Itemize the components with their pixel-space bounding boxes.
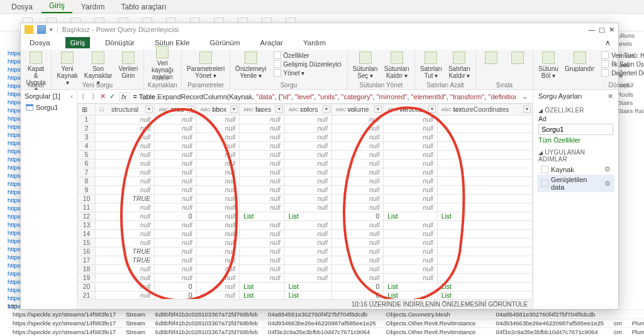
ribbon-stack-item[interactable]: Veri Türü: Herhangi biri ▾ [599,51,644,60]
grid-cell[interactable]: null [155,274,196,283]
grid-cell[interactable]: null [284,151,331,160]
row-header[interactable]: 7 [78,168,96,177]
grid-cell[interactable]: null [196,265,240,274]
nav-back-icon[interactable]: ⟨ [80,92,86,100]
grid-cell[interactable]: null [331,247,383,256]
grid-cell[interactable]: null [196,230,240,239]
grid-cell[interactable]: null [196,203,240,212]
grid-cell[interactable]: null [384,168,437,177]
grid-cell[interactable]: null [331,142,383,151]
nav-fwd-icon[interactable]: ⟩ [90,92,96,100]
grid-cell[interactable]: null [284,124,331,133]
column-header[interactable]: ABC 123 colors▾ [284,104,331,116]
grid-cell[interactable]: null [384,203,437,212]
grid-cell[interactable]: null [240,124,285,133]
grid-cell[interactable]: null [331,195,383,203]
grid-cell[interactable]: null [331,116,383,124]
grid-cell[interactable]: List [240,212,285,221]
grid-cell[interactable]: null [155,151,196,160]
grid-cell[interactable]: null [284,247,331,256]
grid-cell[interactable]: null [96,133,155,142]
ribbon-button[interactable] [480,51,502,66]
grid-cell[interactable] [437,160,532,168]
all-properties-link[interactable]: Tüm Özellikler [533,135,618,145]
grid-cell[interactable] [437,142,532,151]
row-header[interactable]: 19 [78,274,96,283]
grid-cell[interactable]: null [284,221,331,230]
column-header[interactable]: ABC 123 bbox▾ [196,104,240,116]
column-header[interactable]: ☐ structural▾ [96,104,155,116]
grid-cell[interactable]: null [384,239,437,247]
grid-cell[interactable]: null [96,124,155,133]
grid-cell[interactable]: null [240,168,285,177]
grid-cell[interactable]: null [155,177,196,186]
grid-cell[interactable]: null [240,265,285,274]
grid-cell[interactable]: null [196,212,240,221]
grid-cell[interactable]: null [196,291,240,300]
host-tab-giris[interactable]: Giriş [42,0,72,13]
grid-cell[interactable]: null [240,221,285,230]
grid-cell[interactable]: 0 [331,283,383,291]
grid-cell[interactable] [437,265,532,274]
grid-cell[interactable]: null [240,142,285,151]
row-header[interactable]: 20 [78,283,96,291]
ribbon-button[interactable]: SatırlarıTut ▾ [419,51,443,80]
grid-cell[interactable]: null [240,177,285,186]
column-header[interactable]: ABC 123 vertices▾ [384,104,437,116]
grid-cell[interactable]: 0 [155,291,196,300]
fx-icon[interactable]: fx [119,92,130,101]
grid-cell[interactable]: null [331,133,383,142]
grid-cell[interactable]: null [155,195,196,203]
grid-cell[interactable]: null [284,203,331,212]
grid-cell[interactable] [437,203,532,212]
grid-cell[interactable]: null [240,230,285,239]
grid-cell[interactable]: null [96,283,155,291]
grid-cell[interactable]: null [196,239,240,247]
grid-cell[interactable]: null [384,133,437,142]
step-kaynak[interactable]: Kaynak ⚙ [537,164,614,175]
row-header[interactable]: 16 [78,247,96,256]
grid-cell[interactable] [437,230,532,239]
grid-cell[interactable]: null [384,177,437,186]
grid-cell[interactable]: null [155,142,196,151]
grid-cell[interactable]: null [384,230,437,239]
column-header[interactable]: ABC 123 faces▾ [240,104,285,116]
grid-cell[interactable]: null [284,177,331,186]
grid-cell[interactable]: null [155,230,196,239]
row-header[interactable]: 8 [78,177,96,186]
grid-cell[interactable] [437,116,532,124]
row-header[interactable]: 6 [78,160,96,168]
grid-cell[interactable]: null [196,124,240,133]
row-header[interactable]: 5 [78,151,96,160]
grid-cell[interactable]: List [384,291,437,300]
host-tab-yardim[interactable]: Yardım [74,0,113,13]
grid-cell[interactable]: null [240,151,285,160]
grid-cell[interactable]: TRUE [96,256,155,265]
grid-cell[interactable]: null [155,116,196,124]
grid-cell[interactable]: null [331,177,383,186]
grid-cell[interactable]: null [155,256,196,265]
grid-cell[interactable]: null [196,221,240,230]
grid-cell[interactable]: null [96,186,155,195]
save-icon[interactable] [37,25,46,34]
maximize-button[interactable]: ▢ [599,26,605,34]
ribbon-tab-giriş[interactable]: Giriş [65,37,91,48]
grid-cell[interactable]: null [155,265,196,274]
grid-cell[interactable]: List [284,283,331,291]
grid-cell[interactable]: null [196,133,240,142]
grid-cell[interactable]: null [331,239,383,247]
row-header[interactable]: 21 [78,291,96,300]
ribbon-button[interactable]: ParametreleriYönet ▾ [186,51,226,80]
grid-cell[interactable]: List [240,291,285,300]
grid-cell[interactable]: null [384,124,437,133]
grid-cell[interactable]: null [284,133,331,142]
grid-cell[interactable]: null [96,168,155,177]
grid-cell[interactable] [437,239,532,247]
grid-cell[interactable]: 0 [331,212,383,221]
grid-cell[interactable]: TRUE [96,195,155,203]
row-header[interactable]: 12 [78,212,96,221]
data-grid[interactable]: ⊞☐ structural▾ABC 123 area▾ABC 123 bbox▾… [77,104,533,299]
grid-cell[interactable]: null [284,274,331,283]
grid-cell[interactable]: null [384,116,437,124]
gear-icon[interactable]: ⚙ [604,180,611,188]
